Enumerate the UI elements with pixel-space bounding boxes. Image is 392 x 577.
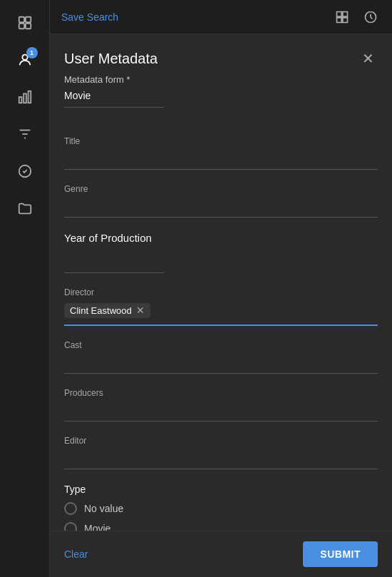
sidebar-item-folder[interactable] (9, 193, 41, 224)
year-of-production-section: Year of Production (64, 232, 378, 273)
close-button[interactable]: ✕ (358, 48, 378, 68)
svg-rect-14 (337, 17, 342, 22)
genre-field-group: Genre (64, 184, 378, 218)
svg-rect-15 (343, 17, 348, 22)
svg-rect-2 (19, 24, 24, 29)
sidebar: 1 (0, 0, 50, 577)
editor-label: Editor (64, 436, 378, 446)
director-tag-remove[interactable]: ✕ (136, 305, 145, 315)
user-metadata-dialog: User Metadata ✕ Metadata form * Movie Ti… (50, 34, 392, 577)
director-label: Director (64, 287, 378, 297)
topbar: Save Search (50, 0, 392, 34)
clear-button[interactable]: Clear (64, 548, 88, 560)
type-radio-group: No value Movie (64, 502, 378, 531)
type-field-group: Type No value Movie (64, 484, 378, 531)
cast-input[interactable] (64, 353, 378, 374)
layout-icon[interactable] (332, 7, 352, 27)
director-tag: Clint Eastwood ✕ (64, 303, 150, 318)
main-panel: Save Search User Metadata ✕ (50, 0, 392, 577)
producers-label: Producers (64, 388, 378, 398)
radio-movie[interactable]: Movie (64, 522, 378, 531)
svg-rect-0 (19, 17, 24, 22)
radio-no-value-circle (64, 502, 77, 515)
topbar-icons (332, 7, 381, 27)
sidebar-item-user[interactable]: 1 (9, 44, 41, 76)
type-label: Type (64, 484, 378, 495)
editor-field-group: Editor (64, 436, 378, 469)
sidebar-item-check[interactable] (9, 155, 41, 187)
director-input-area[interactable]: Clint Eastwood ✕ (64, 300, 378, 326)
year-of-production-label: Year of Production (64, 232, 378, 244)
svg-rect-5 (19, 97, 21, 103)
director-field-group: Director Clint Eastwood ✕ (64, 287, 378, 326)
dialog-body: Metadata form * Movie Title Genre Year o… (50, 74, 392, 531)
svg-rect-12 (337, 11, 342, 16)
title-field-group: Title (64, 136, 378, 170)
svg-rect-1 (25, 17, 30, 22)
dialog-title: User Metadata (64, 51, 158, 67)
user-badge: 1 (26, 47, 38, 58)
genre-input[interactable] (64, 197, 378, 218)
metadata-form-field: Metadata form * Movie (64, 74, 378, 122)
sidebar-item-filters[interactable] (9, 118, 41, 150)
dialog-header: User Metadata ✕ (50, 34, 392, 74)
radio-movie-circle (64, 522, 77, 531)
title-input[interactable] (64, 149, 378, 170)
year-inputs (64, 252, 378, 273)
radio-movie-label: Movie (84, 523, 110, 531)
metadata-form-value: Movie (64, 90, 164, 108)
title-label: Title (64, 136, 378, 146)
genre-label: Genre (64, 184, 378, 194)
svg-rect-7 (28, 91, 31, 103)
radio-no-value[interactable]: No value (64, 502, 378, 515)
dialog-footer: Clear SUBMIT (50, 531, 392, 577)
sidebar-item-layers[interactable] (9, 7, 41, 39)
svg-rect-13 (343, 11, 348, 16)
metadata-form-label: Metadata form * (64, 74, 378, 85)
radio-no-value-label: No value (84, 503, 123, 514)
cast-label: Cast (64, 340, 378, 350)
sidebar-item-analytics[interactable] (9, 81, 41, 113)
save-search-link[interactable]: Save Search (61, 11, 118, 23)
year-from-input[interactable] (64, 252, 164, 273)
director-tag-value: Clint Eastwood (70, 305, 132, 316)
cast-field-group: Cast (64, 340, 378, 374)
svg-rect-6 (24, 93, 26, 103)
svg-rect-3 (25, 24, 30, 29)
history-icon[interactable] (361, 7, 381, 27)
editor-input[interactable] (64, 449, 378, 469)
producers-field-group: Producers (64, 388, 378, 422)
producers-input[interactable] (64, 401, 378, 422)
submit-button[interactable]: SUBMIT (303, 541, 378, 567)
